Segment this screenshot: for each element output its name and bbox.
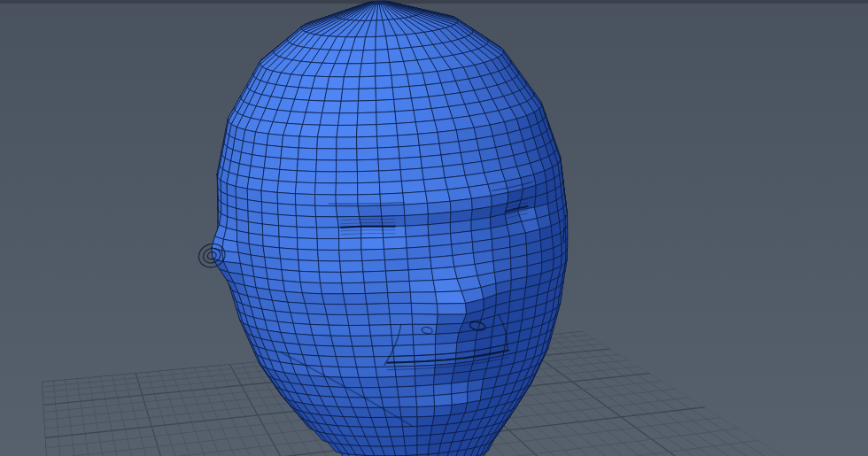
viewport-3d[interactable] <box>0 0 868 456</box>
viewport-canvas[interactable] <box>0 0 868 456</box>
viewport-top-edge <box>0 0 868 4</box>
